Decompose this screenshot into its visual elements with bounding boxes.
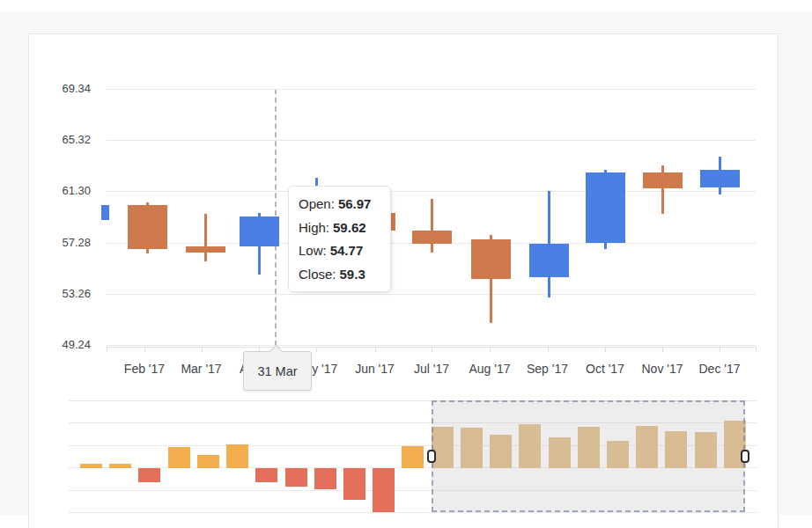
x-axis-label: Feb '17 bbox=[114, 362, 175, 376]
brush-bar[interactable] bbox=[314, 468, 336, 489]
x-axis-label: Mar '17 bbox=[171, 362, 233, 376]
candle-body[interactable] bbox=[700, 170, 740, 187]
candle-body[interactable] bbox=[529, 244, 569, 277]
candle-body[interactable] bbox=[412, 231, 452, 244]
x-axis-label: Jun '17 bbox=[344, 362, 406, 376]
brush-bar[interactable] bbox=[168, 447, 190, 468]
x-axis-tick bbox=[144, 347, 145, 352]
candle-body[interactable] bbox=[586, 172, 625, 243]
x-axis-tick bbox=[756, 347, 757, 352]
y-axis-label: 57.28 bbox=[47, 236, 91, 249]
x-axis-label: Sep '17 bbox=[517, 362, 579, 376]
x-axis-tick bbox=[490, 347, 491, 352]
page: Open:56.97 High:59.62 Low:54.77 Close:59… bbox=[0, 0, 812, 528]
candle-wick bbox=[431, 199, 433, 253]
x-axis-tick bbox=[662, 347, 663, 352]
ohlc-tooltip: Open:56.97 High:59.62 Low:54.77 Close:59… bbox=[288, 186, 391, 292]
x-axis-label: Aug '17 bbox=[459, 362, 520, 376]
x-axis-date-tooltip: 31 Mar bbox=[243, 351, 312, 391]
brush-gridline bbox=[69, 512, 757, 513]
y-gridline bbox=[107, 191, 756, 192]
x-axis-tick bbox=[720, 347, 720, 352]
x-axis-tick bbox=[202, 347, 203, 352]
y-axis-label: 61.30 bbox=[47, 184, 91, 197]
brush-bar[interactable] bbox=[402, 446, 424, 468]
candle-body[interactable] bbox=[240, 216, 279, 246]
brush-bar[interactable] bbox=[373, 468, 395, 512]
x-axis-tick bbox=[432, 347, 432, 352]
x-axis-tick bbox=[107, 347, 107, 352]
y-gridline bbox=[107, 294, 756, 295]
date-tooltip-text: 31 Mar bbox=[257, 364, 297, 378]
y-gridline bbox=[107, 140, 756, 141]
x-axis-label: Oct '17 bbox=[574, 362, 636, 376]
x-axis-tick bbox=[548, 347, 549, 352]
y-gridline bbox=[107, 89, 756, 90]
x-axis-label: Jul '17 bbox=[401, 362, 462, 376]
tooltip-close-row: Close:59.3 bbox=[299, 263, 390, 287]
tooltip-high-row: High:59.62 bbox=[299, 216, 390, 240]
x-axis-label: Nov '17 bbox=[631, 362, 693, 376]
brush-bar[interactable] bbox=[285, 468, 307, 487]
brush-bar[interactable] bbox=[226, 444, 248, 468]
y-axis-label: 49.24 bbox=[47, 338, 91, 351]
y-axis-label: 69.34 bbox=[47, 82, 91, 95]
brush-bar[interactable] bbox=[109, 464, 131, 468]
brush-bar[interactable] bbox=[343, 468, 365, 500]
x-axis-tick bbox=[605, 347, 606, 352]
candle-body[interactable] bbox=[128, 205, 167, 250]
x-axis-label: Dec '17 bbox=[689, 362, 750, 376]
y-axis-label: 65.32 bbox=[47, 133, 91, 146]
y-axis-label: 53.26 bbox=[47, 287, 91, 300]
brush-bar[interactable] bbox=[80, 464, 102, 468]
brush-bar[interactable] bbox=[197, 455, 219, 468]
x-axis-tick bbox=[375, 347, 376, 352]
candle-body[interactable] bbox=[186, 246, 225, 253]
x-axis-tick bbox=[316, 347, 317, 352]
tooltip-low-row: Low:54.77 bbox=[299, 239, 390, 263]
candle-body[interactable] bbox=[471, 239, 511, 279]
tooltip-open-row: Open:56.97 bbox=[299, 193, 390, 216]
candle-body[interactable] bbox=[643, 172, 683, 188]
brush-bar[interactable] bbox=[255, 468, 277, 482]
brush-selection-border bbox=[432, 400, 745, 512]
brush-bar[interactable] bbox=[138, 468, 160, 482]
brush-handle-right[interactable] bbox=[741, 450, 749, 463]
candle-wick bbox=[204, 214, 207, 261]
brush-handle-left[interactable] bbox=[427, 450, 436, 463]
candle-body[interactable] bbox=[101, 205, 109, 220]
